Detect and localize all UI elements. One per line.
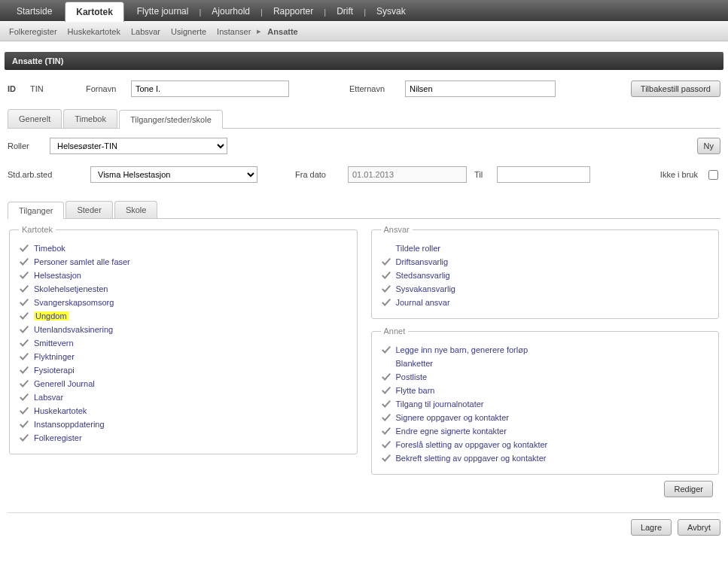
etternavn-label: Etternavn xyxy=(349,84,398,93)
checkmark-icon[interactable] xyxy=(19,433,29,443)
annet-legend: Annet xyxy=(381,327,409,336)
topnav-tab-kartotek[interactable]: Kartotek xyxy=(65,2,124,22)
permission-item[interactable]: Folkeregister xyxy=(19,431,348,445)
tab-skole[interactable]: Skole xyxy=(114,201,158,218)
checkmark-icon[interactable] xyxy=(19,419,29,430)
checkmark-icon[interactable] xyxy=(19,392,29,403)
subnav-link-labsvar[interactable]: Labsvar xyxy=(131,27,160,36)
checkmark-icon[interactable] xyxy=(381,372,391,382)
checkmark-icon[interactable] xyxy=(381,426,391,436)
checkmark-icon[interactable] xyxy=(19,284,29,294)
permission-item[interactable]: Driftsansvarlig xyxy=(381,255,710,269)
lagre-button[interactable]: Lagre xyxy=(631,519,672,536)
checkmark-icon[interactable] xyxy=(381,345,391,355)
checkmark-icon[interactable] xyxy=(19,324,29,335)
topnav-tab-drift[interactable]: Drift xyxy=(326,2,364,21)
permission-item[interactable]: Personer samlet alle faser xyxy=(19,255,348,269)
permission-item[interactable]: Huskekartotek xyxy=(19,404,348,418)
checkmark-icon[interactable] xyxy=(19,297,29,308)
check-empty-icon[interactable] xyxy=(381,243,391,254)
permission-item[interactable]: Bekreft sletting av oppgaver og kontakte… xyxy=(381,451,710,465)
ny-button[interactable]: Ny xyxy=(697,138,720,154)
permission-item[interactable]: Postliste xyxy=(381,370,710,384)
permission-item[interactable]: Smittevern xyxy=(19,336,348,350)
topnav-tab-ajourhold[interactable]: Ajourhold xyxy=(201,2,260,21)
fra-dato-input[interactable] xyxy=(348,166,467,183)
checkmark-icon[interactable] xyxy=(19,406,29,416)
tab-timebok[interactable]: Timebok xyxy=(63,109,117,128)
topnav-tab-startside[interactable]: Startside xyxy=(6,2,62,21)
checkmark-icon[interactable] xyxy=(381,453,391,463)
tab-tilganger-steder-skole[interactable]: Tilganger/steder/skole xyxy=(119,110,223,129)
roller-row: Roller Helsesøster-TIN Ny xyxy=(0,129,728,157)
permission-label: Folkeregister xyxy=(34,433,82,442)
permission-item[interactable]: Signere oppgaver og kontakter xyxy=(381,411,710,424)
subnav-link-folkeregister[interactable]: Folkeregister xyxy=(9,27,57,36)
checkmark-icon[interactable] xyxy=(381,385,391,396)
avbryt-button[interactable]: Avbryt xyxy=(678,519,720,536)
permission-label: Fysioterapi xyxy=(34,366,75,375)
checkmark-icon[interactable] xyxy=(381,270,391,281)
permission-item[interactable]: Stedsansvarlig xyxy=(381,269,710,282)
subnav-current[interactable]: Ansatte xyxy=(267,27,297,36)
permission-item[interactable]: Skolehelsetjenesten xyxy=(19,282,348,296)
checkmark-icon[interactable] xyxy=(19,378,29,389)
permission-item[interactable]: Tildele roller xyxy=(381,242,710,255)
topnav-tab-rapporter[interactable]: Rapporter xyxy=(263,2,324,21)
footer-buttons: Lagre Avbryt xyxy=(0,513,728,542)
rediger-button[interactable]: Rediger xyxy=(664,481,713,497)
permission-item[interactable]: Blanketter xyxy=(381,357,710,370)
permission-item[interactable]: Utenlandsvaksinering xyxy=(19,323,348,336)
ikke-i-bruk-checkbox[interactable] xyxy=(708,170,718,180)
subnav-link-usignerte[interactable]: Usignerte xyxy=(171,27,206,36)
til-input[interactable] xyxy=(497,166,590,183)
tab-generelt[interactable]: Generelt xyxy=(8,109,62,128)
fornavn-input[interactable] xyxy=(131,81,289,97)
permission-item[interactable]: Instansoppdatering xyxy=(19,418,348,431)
permission-item[interactable]: Flyktninger xyxy=(19,350,348,363)
checkmark-icon[interactable] xyxy=(19,311,29,321)
topnav-tab-flytte-journal[interactable]: Flytte journal xyxy=(126,2,200,21)
etternavn-input[interactable] xyxy=(405,81,556,97)
tab-steder[interactable]: Steder xyxy=(65,201,112,218)
permission-item[interactable]: Flytte barn xyxy=(381,384,710,397)
employee-tabs: GenereltTimebokTilganger/steder/skole xyxy=(8,109,720,129)
permission-item[interactable]: Legge inn nye barn, generere forløp xyxy=(381,343,710,357)
checkmark-icon[interactable] xyxy=(381,399,391,409)
check-empty-icon[interactable] xyxy=(381,358,391,369)
permission-item[interactable]: Labsvar xyxy=(19,390,348,404)
permission-item[interactable]: Timebok xyxy=(19,242,348,255)
permission-item[interactable]: Fysioterapi xyxy=(19,363,348,377)
roller-select[interactable]: Helsesøster-TIN xyxy=(50,138,227,154)
permission-item[interactable]: Journal ansvar xyxy=(381,296,710,309)
tab-tilganger[interactable]: Tilganger xyxy=(8,202,64,219)
permission-item[interactable]: Endre egne signerte kontakter xyxy=(381,424,710,438)
permission-item[interactable]: Ungdom xyxy=(19,309,348,323)
checkmark-icon[interactable] xyxy=(381,439,391,450)
checkmark-icon[interactable] xyxy=(381,284,391,294)
permission-label: Driftsansvarlig xyxy=(396,257,449,266)
checkmark-icon[interactable] xyxy=(19,243,29,254)
permission-item[interactable]: Helsestasjon xyxy=(19,269,348,282)
checkmark-icon[interactable] xyxy=(381,412,391,423)
permission-label: Generell Journal xyxy=(34,379,95,388)
permission-item[interactable]: Svangerskapsomsorg xyxy=(19,296,348,309)
checkmark-icon[interactable] xyxy=(19,338,29,348)
checkmark-icon[interactable] xyxy=(19,257,29,267)
reset-password-button[interactable]: Tilbakestill passord xyxy=(631,81,720,97)
checkmark-icon[interactable] xyxy=(381,257,391,267)
permission-item[interactable]: Tilgang til journalnotater xyxy=(381,397,710,411)
checkmark-icon[interactable] xyxy=(19,365,29,375)
permission-item[interactable]: Sysvakansvarlig xyxy=(381,282,710,296)
std-select[interactable]: Visma Helsestasjon xyxy=(90,166,257,183)
subnav-link-huskekartotek[interactable]: Huskekartotek xyxy=(68,27,120,36)
permission-item[interactable]: Foreslå sletting av oppgaver og kontakte… xyxy=(381,438,710,451)
topnav-tab-sysvak[interactable]: Sysvak xyxy=(366,2,416,21)
checkmark-icon[interactable] xyxy=(19,351,29,362)
checkmark-icon[interactable] xyxy=(19,270,29,281)
permission-label: Personer samlet alle faser xyxy=(34,257,130,266)
subnav-link-instanser[interactable]: Instanser xyxy=(217,27,251,36)
permission-label: Legge inn nye barn, generere forløp xyxy=(396,345,528,354)
permission-item[interactable]: Generell Journal xyxy=(19,377,348,390)
checkmark-icon[interactable] xyxy=(381,297,391,308)
